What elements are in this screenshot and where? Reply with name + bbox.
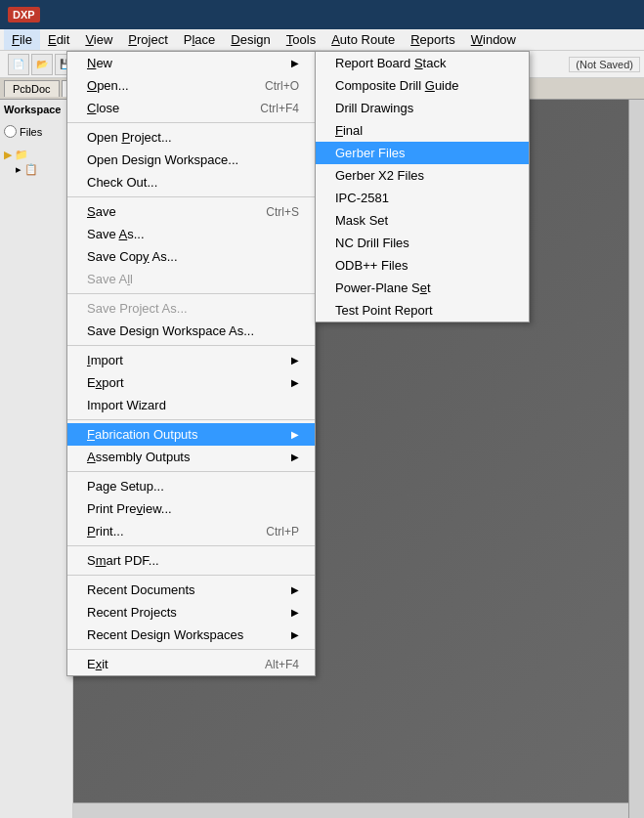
app-logo: DXP bbox=[8, 7, 40, 22]
menu-file[interactable]: File bbox=[4, 29, 40, 50]
menu-edit-label: Edit bbox=[48, 32, 69, 47]
toolbar-file-group: 📄 📂 💾 bbox=[4, 51, 81, 77]
menu-file-label: File bbox=[12, 32, 32, 47]
sidebar-workspace-section: Workspace bbox=[0, 100, 72, 123]
toolbar-copy-btn[interactable]: ⧉ bbox=[108, 54, 130, 75]
toolbar: 📄 📂 💾 ✂ ⧉ 📋 ↩ ↪ (Not Saved) bbox=[0, 51, 644, 78]
canvas-content bbox=[73, 100, 644, 818]
tab-pc104-label: PC-104 8 bit bus.PCBDOC bbox=[82, 83, 211, 95]
sidebar: Workspace Files ▶ 📁 ▸ 📋 bbox=[0, 100, 73, 818]
tab-pcbdoc[interactable]: PcbDoc bbox=[4, 80, 60, 97]
main-layout: Workspace Files ▶ 📁 ▸ 📋 bbox=[0, 100, 644, 818]
menu-reports[interactable]: Reports bbox=[403, 29, 463, 50]
menu-reports-label: Reports bbox=[410, 32, 455, 47]
toolbar-paste-btn[interactable]: 📋 bbox=[132, 54, 153, 75]
toolbar-undo-btn[interactable]: ↩ bbox=[162, 54, 184, 75]
toolbar-new-btn[interactable]: 📄 bbox=[8, 54, 29, 75]
menu-window-label: Window bbox=[471, 32, 516, 47]
menu-project[interactable]: Project bbox=[120, 29, 175, 50]
tree-root[interactable]: ▶ 📁 bbox=[4, 148, 68, 162]
toolbar-edit-group: ✂ ⧉ 📋 bbox=[81, 51, 158, 77]
sidebar-files-row: Files bbox=[4, 125, 68, 138]
menu-tools-label: Tools bbox=[286, 32, 316, 47]
toolbar-undo-group: ↩ ↪ bbox=[158, 51, 212, 77]
ruler-right bbox=[628, 100, 644, 818]
sidebar-files-label: Files bbox=[20, 126, 42, 138]
tree-folder-label: 📁 bbox=[15, 149, 28, 161]
menu-design-label: Design bbox=[231, 32, 270, 47]
toolbar-cut-btn[interactable]: ✂ bbox=[85, 54, 107, 75]
menu-tools[interactable]: Tools bbox=[279, 29, 323, 50]
menu-project-label: Project bbox=[128, 32, 167, 47]
menu-autoroute-label: Auto Route bbox=[331, 32, 395, 47]
toolbar-save-btn[interactable]: 💾 bbox=[55, 54, 76, 75]
canvas-area bbox=[73, 100, 644, 818]
menu-place[interactable]: Place bbox=[176, 29, 224, 50]
tab-pcbdoc-label: PcbDoc bbox=[13, 83, 51, 95]
menu-edit[interactable]: Edit bbox=[40, 29, 77, 50]
sidebar-workspace-label: Workspace bbox=[4, 104, 68, 115]
tree-child-label: 📋 bbox=[24, 163, 38, 176]
ruler-bottom bbox=[73, 802, 628, 818]
sidebar-tree: ▶ 📁 ▸ 📋 bbox=[0, 144, 72, 181]
tree-child-icon: ▸ bbox=[16, 163, 21, 176]
title-bar: DXP bbox=[0, 0, 644, 29]
tab-bar: PcbDoc PC-104 8 bit bus.PCBDOC bbox=[0, 78, 644, 100]
menu-place-label: Place bbox=[184, 32, 216, 47]
toolbar-open-btn[interactable]: 📂 bbox=[31, 54, 53, 75]
tree-folder-icon: ▶ bbox=[4, 149, 12, 161]
menu-design[interactable]: Design bbox=[223, 29, 278, 50]
menu-autoroute[interactable]: Auto Route bbox=[323, 29, 403, 50]
tab-pc104[interactable]: PC-104 8 bit bus.PCBDOC bbox=[62, 80, 220, 97]
menu-bar: File Edit View Project Place Design Tool… bbox=[0, 29, 644, 51]
sidebar-files-radio[interactable] bbox=[4, 125, 17, 138]
menu-window[interactable]: Window bbox=[463, 29, 524, 50]
not-saved-badge: (Not Saved) bbox=[569, 57, 640, 72]
sidebar-radio-section: Files bbox=[0, 123, 72, 144]
menu-view[interactable]: View bbox=[77, 29, 120, 50]
toolbar-redo-btn[interactable]: ↪ bbox=[186, 54, 207, 75]
tab-pcb-dot bbox=[70, 85, 78, 93]
menu-view-label: View bbox=[85, 32, 112, 47]
tree-child[interactable]: ▸ 📋 bbox=[4, 162, 68, 177]
